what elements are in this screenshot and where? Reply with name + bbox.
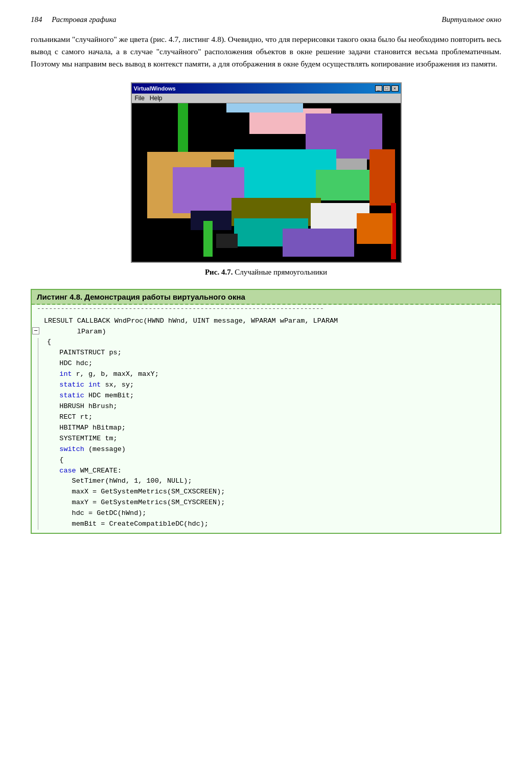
page-num: 184 bbox=[31, 15, 42, 24]
maximize-button[interactable]: □ bbox=[383, 85, 390, 92]
kw-static-1: static bbox=[59, 381, 84, 389]
line-indicator-2: − bbox=[32, 327, 41, 334]
menu-file[interactable]: File bbox=[135, 95, 145, 102]
header-right-text: Виртуальное окно bbox=[442, 15, 501, 24]
listing-box: Листинг 4.8. Демонстрация работы виртуал… bbox=[31, 289, 501, 534]
code-hdc: HDC hdc; bbox=[44, 358, 500, 369]
page-number-left: 184 Растровая графика bbox=[31, 15, 117, 24]
code-systemtime: SYSTEMTIME tm; bbox=[44, 434, 500, 444]
page: 184 Растровая графика Виртуальное окно г… bbox=[0, 0, 532, 549]
window-menubar: File Help bbox=[132, 94, 401, 103]
vertical-line bbox=[38, 338, 38, 530]
rect-orange-lower bbox=[357, 213, 392, 244]
code-block-main: { PAINTSTRUCT ps; HDC hdc; int r, g, b, … bbox=[32, 337, 500, 530]
menu-help[interactable]: Help bbox=[150, 95, 163, 102]
code-int-line: int r, g, b, maxX, maxY; bbox=[44, 369, 500, 380]
code-static-int: static int sx, sy; bbox=[44, 380, 500, 391]
code-rect: RECT rt; bbox=[44, 412, 500, 423]
rect-purple-lower bbox=[283, 229, 354, 257]
collapse-icon[interactable]: − bbox=[32, 327, 39, 334]
body-text: гольниками "случайного" же цвета (рис. 4… bbox=[31, 33, 501, 70]
page-header: 184 Растровая графика Виртуальное окно bbox=[31, 15, 501, 24]
window-title: VirtualWindows bbox=[134, 85, 176, 92]
rect-green-thin-low bbox=[203, 221, 213, 257]
kw-static-2: static bbox=[59, 392, 84, 399]
code-lines: { PAINTSTRUCT ps; HDC hdc; int r, g, b, … bbox=[44, 337, 500, 530]
left-bar bbox=[32, 337, 44, 530]
kw-int: int bbox=[59, 370, 72, 378]
window-controls: _ □ × bbox=[375, 85, 399, 92]
code-case: case WM_CREATE: bbox=[44, 466, 500, 477]
rect-lightblue-top bbox=[226, 103, 303, 112]
code-hbrush: HBRUSH hBrush; bbox=[44, 401, 500, 412]
close-button[interactable]: × bbox=[391, 85, 399, 92]
code-maxy: maxY = GetSystemMetrics(SM_CYSCREEN); bbox=[44, 498, 500, 508]
caption-bold: Рис. 4.7. bbox=[205, 268, 233, 276]
rect-gray-small bbox=[336, 159, 367, 170]
rect-green-tall bbox=[178, 103, 188, 160]
code-brace-open: { bbox=[44, 337, 500, 348]
code-hbitmap: HBITMAP hBitmap; bbox=[44, 423, 500, 434]
figure-caption: Рис. 4.7. Случайные прямоугольники bbox=[205, 268, 327, 277]
header-left-text: Растровая графика bbox=[52, 15, 116, 24]
rect-orange-right bbox=[369, 149, 395, 206]
code-content-1: LRESULT CALLBACK WndProc(HWND hWnd, UINT… bbox=[41, 316, 338, 327]
figure-window: VirtualWindows _ □ × File Help bbox=[131, 82, 402, 263]
code-content-2: lParam) bbox=[41, 327, 106, 337]
code-paintstruct: PAINTSTRUCT ps; bbox=[44, 348, 500, 358]
code-getdc: hdc = GetDC(hWnd); bbox=[44, 508, 500, 519]
code-line-1: LRESULT CALLBACK WndProc(HWND hWnd, UINT… bbox=[32, 316, 500, 327]
code-static-hdc: static HDC memBit; bbox=[44, 391, 500, 401]
code-switch-brace: { bbox=[44, 455, 500, 466]
code-line-2: − lParam) bbox=[32, 327, 500, 337]
minimize-button[interactable]: _ bbox=[375, 85, 382, 92]
code-createcompat: memBit = CreateCompatibleDC(hdc); bbox=[44, 519, 500, 530]
code-settimer: SetTimer(hWnd, 1, 100, NULL); bbox=[44, 476, 500, 487]
listing-dashes: ----------------------------------------… bbox=[32, 305, 500, 313]
window-titlebar: VirtualWindows _ □ × bbox=[132, 83, 401, 94]
line-indicator-1 bbox=[32, 316, 41, 317]
kw-case: case bbox=[59, 467, 76, 475]
code-switch: switch (message) bbox=[44, 444, 500, 455]
rect-dark-small bbox=[216, 234, 238, 248]
listing-header: Листинг 4.8. Демонстрация работы виртуал… bbox=[32, 290, 500, 305]
code-maxx: maxX = GetSystemMetrics(SM_CXSCREEN); bbox=[44, 487, 500, 498]
figure-container: VirtualWindows _ □ × File Help bbox=[31, 82, 501, 277]
kw-switch: switch bbox=[59, 445, 84, 453]
window-canvas bbox=[132, 103, 401, 262]
kw-int-2: int bbox=[88, 381, 101, 389]
caption-text: Случайные прямоугольники bbox=[235, 268, 327, 276]
code-area: LRESULT CALLBACK WndProc(HWND hWnd, UINT… bbox=[32, 313, 500, 533]
